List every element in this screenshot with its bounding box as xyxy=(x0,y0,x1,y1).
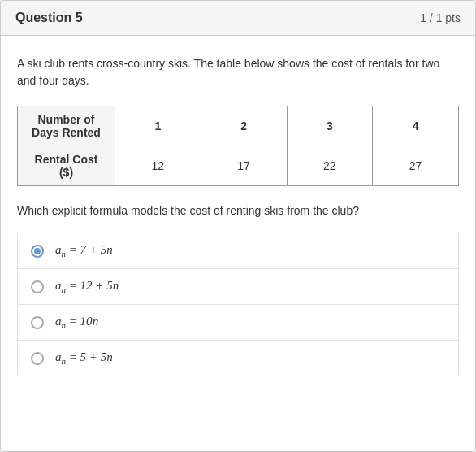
option-4[interactable]: an = 5 + 5n xyxy=(18,341,458,376)
question-score: 1 / 1 pts xyxy=(420,11,461,24)
option-3-formula: an = 10n xyxy=(55,315,98,330)
sub-question-text: Which explicit formula models the cost o… xyxy=(17,202,459,219)
radio-option-2[interactable] xyxy=(31,280,44,293)
option-1-formula: an = 7 + 5n xyxy=(55,243,113,259)
table-cell-1: 12 xyxy=(115,146,201,186)
table-cell-4: 27 xyxy=(373,146,459,186)
table-header-label: Number ofDays Rented xyxy=(18,106,115,146)
table-header-1: 1 xyxy=(115,106,201,146)
rental-table: Number ofDays Rented 1 2 3 4 Rental Cost… xyxy=(17,106,459,186)
question-title: Question 5 xyxy=(15,11,83,25)
question-card: Question 5 1 / 1 pts A ski club rents cr… xyxy=(0,0,476,452)
radio-option-3[interactable] xyxy=(31,316,44,329)
option-4-formula: an = 5 + 5n xyxy=(55,350,113,366)
option-2[interactable]: an = 12 + 5n xyxy=(18,269,458,305)
table-row-label: Rental Cost($) xyxy=(18,146,115,186)
table-header-3: 3 xyxy=(287,106,373,146)
table-header-4: 4 xyxy=(373,106,459,146)
table-header-2: 2 xyxy=(201,106,287,146)
radio-option-4[interactable] xyxy=(31,352,44,365)
option-2-formula: an = 12 + 5n xyxy=(55,279,119,294)
answer-options: an = 7 + 5n an = 12 + 5n an = 10n xyxy=(17,233,459,376)
question-header: Question 5 1 / 1 pts xyxy=(1,1,475,36)
table-cell-3: 22 xyxy=(287,146,373,186)
option-3[interactable]: an = 10n xyxy=(18,305,458,341)
question-content: A ski club rents cross-country skis. The… xyxy=(1,36,475,393)
question-text: A ski club rents cross-country skis. The… xyxy=(17,55,459,89)
radio-option-1[interactable] xyxy=(31,245,44,258)
option-1[interactable]: an = 7 + 5n xyxy=(18,233,458,269)
table-cell-2: 17 xyxy=(201,146,287,186)
